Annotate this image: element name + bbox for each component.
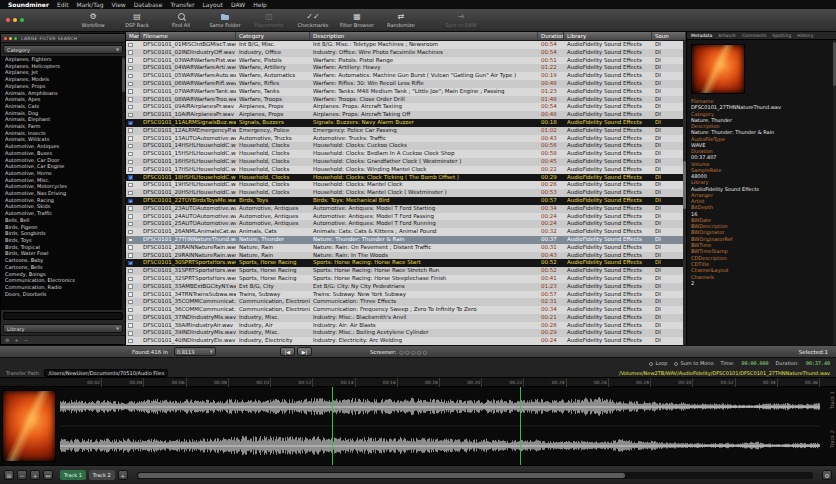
filter-item-cartoons-baby[interactable]: Cartoons, Baby	[1, 257, 125, 264]
filter-item-automotive-buses[interactable]: Automotive, Buses	[1, 150, 125, 157]
metadata-tab-artwork[interactable]: Artwork	[718, 33, 736, 38]
filter-item-automotive-horns[interactable]: Automotive, Horns	[1, 170, 125, 177]
table-row[interactable]: DFSC0101_16HSHLHouseholdC.wavHousehold, …	[126, 158, 686, 166]
filter-secondary-select[interactable]: Library ▼	[3, 324, 123, 333]
zoom-out-icon[interactable]: −	[17, 470, 27, 480]
table-row[interactable]: DFSC0101_39INDIndustryMis.wavIndustry, M…	[126, 329, 686, 337]
waveform-canvas[interactable]	[60, 387, 820, 465]
filter-item-birds-water-fowl[interactable]: Birds, Water Fowl	[1, 250, 125, 257]
table-row[interactable]: DFSC0101_06WARWarfareRifl.wavWarfare, Ri…	[126, 80, 686, 88]
filter-item-airplanes-helicopters[interactable]: Airplanes, Helicopters	[1, 63, 125, 70]
table-row[interactable]: ✓DFSC0101_30SPRTSportsHors.wavSports, Ho…	[126, 259, 686, 267]
table-row[interactable]: DFSC0101_28RAINNatureRain.wavNature, Rai…	[126, 244, 686, 252]
mark-checkbox[interactable]	[128, 66, 133, 71]
toolbar-randomize-button[interactable]: ⇄Randomize	[380, 9, 422, 31]
table-row[interactable]: DFSC0101_14HSHLHouseholdC.wavHousehold, …	[126, 142, 686, 150]
filter-item-animals-dog[interactable]: Animals, Dog	[1, 110, 125, 117]
mark-checkbox[interactable]	[128, 331, 133, 336]
mark-checkbox[interactable]	[128, 277, 133, 282]
filter-item-automotive-skids[interactable]: Automotive, Skids	[1, 203, 125, 210]
gear-icon[interactable]: ⚙	[5, 337, 9, 343]
table-row[interactable]: DFSC0101_12ALRMEmergencyP.wavEmergency, …	[126, 127, 686, 135]
metadata-field-value[interactable]: 2	[691, 280, 831, 286]
search-time-dropdown[interactable]: 0.8113 ▼	[174, 347, 216, 356]
transfer-path-field[interactable]: /Users/NewUser/Documents/70510/Audio Fil…	[44, 369, 168, 377]
menu-app-name[interactable]: Soundminer	[8, 1, 49, 8]
menu-mark-tag[interactable]: Mark/Tag	[77, 1, 104, 8]
table-row[interactable]: DFSC0101_17HSHLHouseholdC.wavHousehold, …	[126, 166, 686, 174]
settings-gear-icon[interactable]: ⚙	[822, 470, 832, 480]
table-row[interactable]: ✓DFSC0101_11ALRMSignalsBuz.wavSignals, B…	[126, 119, 686, 127]
filter-field-select[interactable]: Category ▼	[3, 45, 123, 54]
table-row[interactable]: DFSC0101_34TRNTrainsSubwa.wavTrains, Sub…	[126, 291, 686, 299]
filter-item-airplanes-props[interactable]: Airplanes, Props	[1, 83, 125, 90]
table-row[interactable]: DFSC0101_24AUTOAutomotive.wavAutomotive,…	[126, 213, 686, 221]
mark-checkbox[interactable]	[128, 245, 133, 250]
table-row[interactable]: DFSC0101_03WARWarfarePist.wavWarfare, Pi…	[126, 57, 686, 65]
toolbar-dsp-rack-button[interactable]: ▤DSP Rack	[116, 9, 158, 31]
filter-window-titlebar[interactable]: LARGE FILTER SEARCH	[1, 34, 125, 43]
filter-close-button[interactable]	[4, 37, 7, 40]
table-row[interactable]: DFSC0101_23AUTOAutomotive.wavAutomotive,…	[126, 205, 686, 213]
column-header-soun[interactable]: Soun	[652, 32, 686, 40]
skip-back-button[interactable]: |◀	[280, 347, 295, 356]
table-row[interactable]: DFSC0101_19HSHLHouseholdC.wavHousehold, …	[126, 181, 686, 189]
table-row[interactable]: DFSC0101_15HSHLHouseholdC.wavHousehold, …	[126, 150, 686, 158]
table-row[interactable]: DFSC0101_40INDIndustryEle.wavIndustry, E…	[126, 337, 686, 345]
zoom-in-icon[interactable]: +	[30, 470, 40, 480]
filter-item-automotive-misc[interactable]: Automotive, Misc.	[1, 177, 125, 184]
table-row[interactable]: DFSC0101_37INDIndustryMis.wavIndustry, M…	[126, 314, 686, 322]
skip-forward-button[interactable]: ▶|	[297, 347, 312, 356]
mark-checkbox[interactable]	[128, 339, 133, 344]
table-row[interactable]: DFSC0101_02INDIndustryOff.wavIndustry, O…	[126, 49, 686, 57]
mark-checkbox[interactable]	[128, 214, 133, 219]
mark-checkbox[interactable]	[128, 300, 133, 305]
table-row[interactable]: DFSC0101_26ANMLAnimalsCat.wavAnimals, Ca…	[126, 228, 686, 236]
filter-item-birds-pigeon[interactable]: Birds, Pigeon	[1, 224, 125, 231]
mark-checkbox[interactable]: ✓	[128, 199, 133, 204]
fit-width-icon[interactable]: ↔	[43, 470, 53, 480]
mark-checkbox[interactable]	[128, 183, 133, 188]
filter-item-airplanes-models[interactable]: Airplanes, Models	[1, 76, 125, 83]
table-row[interactable]: DFSC0101_10AIRAirplanesPr.wavAirplanes, …	[126, 111, 686, 119]
mark-checkbox[interactable]: ✓	[128, 121, 133, 126]
mark-checkbox[interactable]	[128, 74, 133, 79]
table-row[interactable]: DFSC0101_09AIRAirplanesPr.wavAirplanes, …	[126, 103, 686, 111]
table-row[interactable]: DFSC0101_27THNNatureThund.wavNature, Thu…	[126, 236, 686, 244]
table-row[interactable]: ✓DFSC0101_22TOYBirdsToysMe.wavBirds, Toy…	[126, 197, 686, 205]
menu-edit[interactable]: Edit	[57, 1, 69, 8]
filter-item-animals-farm[interactable]: Animals, Farm	[1, 123, 125, 130]
toolbar-checkmarks-button[interactable]: ✓✓Checkmarks	[292, 9, 334, 31]
menu-transfer[interactable]: Transfer	[170, 1, 194, 8]
table-row[interactable]: DFSC0101_29RAINNatureRain.wavNature, Rai…	[126, 252, 686, 260]
mark-checkbox[interactable]	[128, 206, 133, 211]
mark-checkbox[interactable]	[128, 323, 133, 328]
track-chip-track-2[interactable]: Track 2	[89, 470, 115, 480]
table-row[interactable]: DFSC0101_35COMMCommunicat.wavCommunicati…	[126, 298, 686, 306]
table-row[interactable]: DFSC0101_07WARWarfareTank.wavWarfare, Ta…	[126, 88, 686, 96]
mark-checkbox[interactable]	[128, 292, 133, 297]
scrollbar-thumb[interactable]	[138, 473, 625, 478]
filter-item-birds-toys[interactable]: Birds, Toys	[1, 237, 125, 244]
column-header-category[interactable]: Category	[236, 32, 310, 40]
filter-item-animals-insects[interactable]: Animals, Insects	[1, 130, 125, 137]
mark-checkbox[interactable]: ✓	[128, 175, 133, 180]
rating-dots-icon[interactable]: ○○○○○	[399, 349, 428, 355]
menu-help[interactable]: Help	[253, 1, 267, 8]
filter-item-automotive-car-engine[interactable]: Automotive, Car Engine	[1, 163, 125, 170]
menu-view[interactable]: View	[112, 1, 126, 8]
filter-item-birds-tropical[interactable]: Birds, Tropical	[1, 244, 125, 251]
menu-layout[interactable]: Layout	[203, 1, 223, 8]
metadata-tab-spotting[interactable]: Spotting	[772, 33, 791, 38]
zoom-window-button[interactable]	[20, 18, 24, 22]
table-row[interactable]: DFSC0101_36COMMCommunicat.wavCommunicati…	[126, 306, 686, 314]
mark-checkbox[interactable]	[128, 284, 133, 289]
mark-checkbox[interactable]	[128, 315, 133, 320]
minus-icon[interactable]: −	[24, 337, 28, 343]
minimize-window-button[interactable]	[13, 18, 17, 22]
filter-zoom-button[interactable]	[14, 37, 17, 40]
filter-item-birds-songbirds[interactable]: Birds, Songbirds	[1, 230, 125, 237]
filter-item-animals-cats[interactable]: Animals, Cats	[1, 103, 125, 110]
mark-checkbox[interactable]	[128, 167, 133, 172]
mark-checkbox[interactable]	[128, 191, 133, 196]
